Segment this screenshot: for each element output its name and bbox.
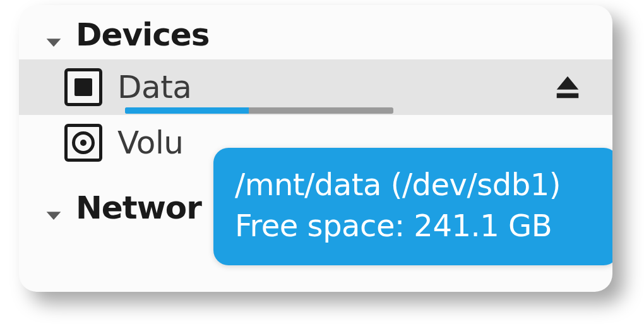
section-header-network[interactable]: Networ: [19, 171, 612, 232]
section-title: Devices: [76, 16, 209, 53]
sidebar-item-data[interactable]: Data: [19, 59, 612, 115]
chip-icon: [64, 68, 102, 106]
svg-rect-0: [557, 93, 579, 99]
usage-bar-fill: [125, 107, 249, 114]
usage-bar: [125, 107, 393, 114]
disc-icon: [64, 124, 102, 162]
sidebar-panel: Devices Data Volu Networ /mnt: [19, 5, 612, 292]
chevron-down-icon: [43, 197, 64, 219]
chevron-down-icon: [43, 24, 64, 45]
sidebar-item-label: Data: [117, 69, 191, 105]
sidebar-item-label: Volu: [117, 124, 184, 161]
sidebar-item-volume[interactable]: Volu: [19, 115, 612, 171]
section-title: Networ: [76, 190, 201, 226]
eject-icon[interactable]: [553, 73, 582, 102]
section-header-devices[interactable]: Devices: [19, 5, 612, 59]
